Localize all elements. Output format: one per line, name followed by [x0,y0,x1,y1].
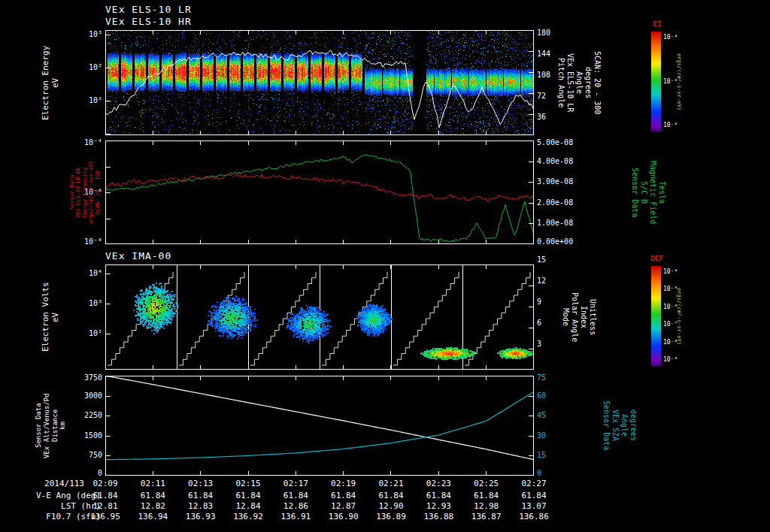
els-right-axis-label-line: SCAN: 20 - 300 [593,30,602,135]
axis-tick-label: 0 [68,469,102,478]
axis-tick-label: 3.00e-08 [537,177,585,186]
row-value: 12.98 [465,501,508,511]
traj-right-axis-label: Sensor DataVEx SZAAngledegrees [602,376,638,476]
row-value: 136.90 [323,512,365,521]
axis-tick-label: 10² [68,329,102,338]
time-tick-label: 02:19 [323,479,365,488]
row-value: 12.90 [370,501,412,511]
axis-tick-label: 1.00e-08 [537,219,585,228]
els-colorbar-unit: ergs/(cm²-s-sr-eV) [676,32,682,131]
title-els-lr: VEx ELS-10 LR [105,4,192,15]
traj-y-axis-label: Sensor DataVEx Alt/Venus/PdDistancekm [35,376,67,476]
title-els-hr: VEx ELS-10 HR [105,16,192,27]
ima-right-axis-label: ModePolar AngleIndexUnitless [561,264,597,370]
row-value: 136.88 [417,512,459,521]
traj-right-axis-label-line: Angle [620,376,629,476]
trajectory-plot [105,376,534,476]
time-tick-label: 02:09 [84,479,126,488]
axis-tick-label: 750 [68,451,102,460]
bfield-y-axis-label-line: Energy Intensity [82,141,88,244]
axis-tick-label: 15 [537,451,585,460]
bfield-y-axis-label-line: SCAN: 20 - 150 [95,141,101,244]
axis-tick-label: 5.00e-08 [537,138,585,147]
axis-tick-label: 3000 [68,391,102,401]
time-tick-label: 02:11 [132,479,174,488]
time-tick-label: 02:23 [417,479,459,488]
row-value: 136.95 [84,512,126,521]
ima-colorbar-unit: ergs/(cm²-s-sr-eV) [676,266,682,366]
row-value: 61.84 [417,491,459,500]
axis-tick-label: 0.00e+00 [537,237,585,246]
bfield-y-axis-label-line: ergs/(cm2-sr-sec-eV) [88,141,94,244]
ima-colorbar [651,266,661,366]
ima-right-axis-label-line: Polar Angle [570,264,579,370]
row-value: 13.07 [513,501,555,511]
bfield-y-axis-label: Sensor DataVEx ELS-10 LR BkEnergy Intens… [69,141,101,244]
row-value: 61.84 [274,491,317,500]
axis-tick-label: 75 [537,373,585,382]
axis-tick-label: 10² [68,63,102,72]
axis-tick-label: 1500 [68,431,102,440]
bfield-y-axis-label-line: VEx ELS-10 LR Bk [75,141,81,244]
els-spectrogram-plot [105,30,534,135]
row-value: 61.84 [370,491,412,500]
row-value: 12.81 [84,501,126,511]
row-value: 12.86 [274,501,317,511]
time-tick-label: 02:25 [465,479,508,488]
row-value: 61.84 [513,491,555,500]
axis-tick-label: 2.00e-08 [537,198,585,207]
bfield-right-axis-label-line: Magnetic Field [648,141,657,244]
traj-y-axis-label-line: Distance [51,376,59,476]
time-tick-label: 02:13 [180,479,222,488]
bfield-right-axis-label-line: S/C B [639,141,648,244]
ima-spectrogram-plot [105,264,534,370]
ima-y-axis-label-line: eV [50,264,60,370]
axis-tick-label: 15 [537,255,585,264]
els-right-axis-label-line: Angle [574,30,584,135]
row-value: 136.89 [370,512,412,521]
axis-tick-label: 10⁴ [68,269,102,278]
bfield-right-axis-label-line: Tesla [657,141,666,244]
row-value: 61.84 [465,491,508,500]
row-value: 12.93 [417,501,459,511]
ima-right-axis-label-line: Unitless [588,264,597,370]
bfield-right-axis-label: Sensor DataS/C BMagnetic FieldTesla [630,141,666,244]
ima-y-axis-label-line: Electron Volts [41,264,50,370]
row-value: 12.84 [227,501,269,511]
row-value: 12.83 [180,501,222,511]
traj-y-axis-label-line: km [59,376,67,476]
bfield-y-axis-label-line: Sensor Data [69,141,75,244]
row-value: 136.93 [180,512,222,521]
els-y-axis-label-line: Electron Energy [41,30,50,135]
bfield-right-axis-label-line: Sensor Data [630,141,639,244]
traj-right-axis-label-line: Sensor Data [602,376,611,476]
time-tick-label: 02:27 [513,479,555,488]
traj-right-axis-label-line: VEx SZA [611,376,620,476]
els-colorbar-unit-line: ergs/(cm²-s-sr-eV) [676,32,682,131]
row-value: 136.91 [274,512,317,521]
axis-tick-label: 0 [537,469,585,478]
els-right-axis-label: Pitch AngleVEx ELS-10 LRAngledegreesSCAN… [556,30,602,135]
row-value: 12.82 [132,501,174,511]
row-value: 136.86 [513,512,555,521]
date-label: 2014/113 [27,479,84,488]
axis-tick-label: 4.00e-08 [537,157,585,166]
ima-y-axis-label: Electron VoltseV [41,264,60,370]
row-value: 136.94 [132,512,174,521]
axis-tick-label: 30 [537,431,585,440]
row-value: 136.92 [227,512,269,521]
time-tick-label: 02:17 [274,479,317,488]
axis-tick-label: 10³ [68,30,102,39]
ima-right-axis-label-line: Index [579,264,588,370]
time-tick-label: 02:15 [227,479,269,488]
row-value: 12.87 [323,501,365,511]
traj-y-axis-label-line: Sensor Data [35,376,43,476]
els-y-axis-label: Electron EnergyeV [41,30,60,135]
row-value: 61.84 [84,491,126,500]
els-colorbar-title: EI [647,20,668,28]
row-value: 136.87 [465,512,508,521]
vex-quicklook-screen: VEx ELS-10 LR VEx ELS-10 HR VEx IMA-00 1… [0,0,770,532]
traj-y-axis-label-line: VEx Alt/Venus/Pd [43,376,51,476]
els-colorbar [651,32,661,131]
axis-tick-label: 2250 [68,411,102,420]
